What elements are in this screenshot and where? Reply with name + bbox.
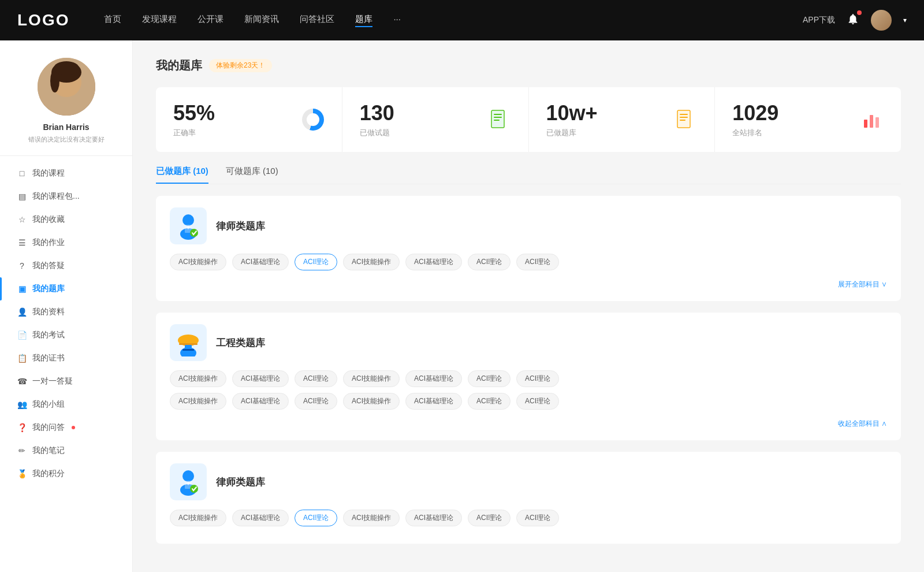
logo[interactable]: LOGO [17,11,69,29]
sidebar-item-myqa[interactable]: ❓我的问答 [0,416,132,439]
stat-value-0: 55% [173,101,292,125]
tag-r2-1-6[interactable]: ACI理论 [516,393,559,410]
tag-r2-1-5[interactable]: ACI理论 [468,393,511,410]
group-icon: 👥 [17,400,27,409]
tags-row-0: ACI技能操作ACI基础理论ACI理论ACI技能操作ACI基础理论ACI理论AC… [170,254,887,270]
tag-r1-1-6[interactable]: ACI理论 [516,370,559,387]
expand-link-0[interactable]: 展开全部科目 ∨ [170,276,887,289]
tag-r2-1-0[interactable]: ACI技能操作 [170,393,226,410]
sidebar-item-notes[interactable]: ✏我的笔记 [0,439,132,462]
svg-point-5 [54,61,79,75]
tag-2-0[interactable]: ACI技能操作 [170,510,226,526]
svg-rect-10 [677,110,690,128]
tag-r2-1-4[interactable]: ACI基础理论 [405,393,462,410]
tag-0-5[interactable]: ACI理论 [468,254,511,270]
tag-r1-1-3[interactable]: ACI技能操作 [343,370,400,387]
user-avatar-nav[interactable] [871,10,892,31]
sidebar-username: Brian Harris [43,122,89,132]
sidebar-motto: 错误的决定比没有决定要好 [28,135,105,144]
sidebar-item-favorites[interactable]: ☆我的收藏 [0,208,132,231]
sidebar-item-course-pkg[interactable]: ▤我的课程包... [0,185,132,208]
tab-1[interactable]: 可做题库 (10) [226,166,278,184]
sidebar-item-courses[interactable]: □我的课程 [0,162,132,185]
tag-r2-1-3[interactable]: ACI技能操作 [343,393,400,410]
user-menu-chevron-icon[interactable]: ▾ [903,16,907,24]
stat-value-1: 130 [360,101,479,125]
page-header: 我的题库 体验剩余23天！ [156,58,901,73]
stat-item-1: 130已做试题 [342,87,529,152]
stat-icon-pie [301,108,325,131]
tag-2-3[interactable]: ACI技能操作 [343,510,400,526]
tag-2-1[interactable]: ACI基础理论 [232,510,289,526]
svg-rect-11 [680,114,688,115]
tag-r2-1-1[interactable]: ACI基础理论 [232,393,289,410]
stat-item-3: 1029全站排名 [715,87,901,152]
sidebar-item-bank[interactable]: ▣我的题库 [0,277,132,300]
stat-label-1: 已做试题 [360,128,479,138]
stats-row: 55%正确率130已做试题10w+已做题库1029全站排名 [156,87,901,152]
sidebar-item-label-qa: 我的答疑 [32,261,65,271]
course-pkg-icon: ▤ [17,192,27,201]
notification-badge [857,10,862,15]
qa-icon: ? [17,261,27,270]
nav-link-1[interactable]: 发现课程 [142,14,177,27]
homework-icon: ☰ [17,238,27,247]
points-icon: 🏅 [17,469,27,478]
tag-r1-1-1[interactable]: ACI基础理论 [232,370,289,387]
sidebar-item-homework[interactable]: ☰我的作业 [0,231,132,254]
bank-card-header-0: 律师类题库 [170,207,887,244]
svg-rect-7 [494,114,502,115]
svg-rect-9 [494,120,500,121]
stat-item-0: 55%正确率 [156,87,342,152]
svg-point-33 [190,485,198,493]
tab-bar: 已做题库 (10)可做题库 (10) [156,166,901,184]
bank-icon-engineer [170,324,207,361]
sidebar-item-qa1v1[interactable]: ☎一对一答疑 [0,370,132,393]
sidebar-item-label-qa1v1: 一对一答疑 [32,376,73,387]
tag-0-0[interactable]: ACI技能操作 [170,254,226,270]
sidebar-menu: □我的课程▤我的课程包...☆我的收藏☰我的作业?我的答疑▣我的题库👤我的资料📄… [0,156,132,491]
tag-2-6[interactable]: ACI理论 [516,510,559,526]
tag-r2-1-2[interactable]: ACI理论 [295,393,337,410]
nav-link-3[interactable]: 新闻资讯 [244,14,279,27]
bank-card-bank2: 工程类题库ACI技能操作ACI基础理论ACI理论ACI技能操作ACI基础理论AC… [156,313,901,440]
favorites-icon: ☆ [17,215,27,224]
sidebar-item-exam[interactable]: 📄我的考试 [0,324,132,347]
tag-0-4[interactable]: ACI基础理论 [405,254,462,270]
sidebar-item-cert[interactable]: 📋我的证书 [0,347,132,370]
sidebar-item-group[interactable]: 👥我的小组 [0,393,132,416]
tag-2-2[interactable]: ACI理论 [295,510,337,526]
tag-r1-1-0[interactable]: ACI技能操作 [170,370,226,387]
tag-r1-1-5[interactable]: ACI理论 [468,370,511,387]
sidebar-item-label-courses: 我的课程 [32,168,65,179]
nav-link-4[interactable]: 问答社区 [300,14,334,27]
bank-title-1: 工程类题库 [216,336,265,350]
nav-link-2[interactable]: 公开课 [198,14,223,27]
tag-r1-1-4[interactable]: ACI基础理论 [405,370,462,387]
nav-link-6[interactable]: ··· [393,14,401,27]
trial-badge: 体验剩余23天！ [209,59,272,72]
app-download-button[interactable]: APP下载 [803,15,835,25]
nav-link-0[interactable]: 首页 [104,14,121,27]
tab-0[interactable]: 已做题库 (10) [156,166,208,184]
stat-label-2: 已做题库 [546,128,665,138]
tag-2-5[interactable]: ACI理论 [468,510,511,526]
tag-0-3[interactable]: ACI技能操作 [343,254,400,270]
tag-r1-1-2[interactable]: ACI理论 [295,370,337,387]
notification-bell-icon[interactable] [847,13,859,28]
collapse-link-1[interactable]: 收起全部科目 ∧ [170,415,887,429]
sidebar-item-qa[interactable]: ?我的答疑 [0,254,132,277]
stat-icon-doc-green [488,108,511,131]
svg-rect-8 [494,117,502,118]
sidebar-item-label-group: 我的小组 [32,399,65,410]
tag-0-6[interactable]: ACI理论 [516,254,559,270]
tag-2-4[interactable]: ACI基础理论 [405,510,462,526]
tag-0-2[interactable]: ACI理论 [295,254,337,270]
sidebar: Brian Harris 错误的决定比没有决定要好 □我的课程▤我的课程包...… [0,40,133,572]
nav-link-5[interactable]: 题库 [355,14,372,27]
tag-0-1[interactable]: ACI基础理论 [232,254,289,270]
sidebar-item-profile[interactable]: 👤我的资料 [0,300,132,324]
sidebar-item-points[interactable]: 🏅我的积分 [0,462,132,485]
bank-title-2: 律师类题库 [216,476,265,489]
myqa-icon: ❓ [17,423,27,432]
